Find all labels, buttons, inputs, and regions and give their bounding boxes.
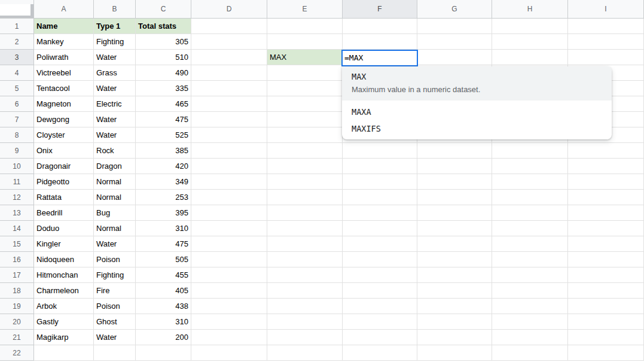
cell-B4[interactable]: Grass xyxy=(94,65,136,81)
cell-B3[interactable]: Water xyxy=(94,50,136,65)
cell-I22[interactable] xyxy=(568,345,644,361)
cell-B21[interactable]: Water xyxy=(94,330,136,345)
cell-B5[interactable]: Water xyxy=(94,81,136,96)
cell-H10[interactable] xyxy=(492,159,568,174)
cell-D13[interactable] xyxy=(191,205,267,221)
cell-B20[interactable]: Ghost xyxy=(94,314,136,330)
cell-H19[interactable] xyxy=(492,299,568,314)
cell-E2[interactable] xyxy=(267,34,343,50)
row-header-12[interactable]: 12 xyxy=(0,190,34,205)
row-header-8[interactable]: 8 xyxy=(0,127,34,143)
cell-A13[interactable]: Beedrill xyxy=(34,205,94,221)
autocomplete-item-maxifs[interactable]: MAXIFS xyxy=(342,120,612,137)
cell-E15[interactable] xyxy=(267,236,343,252)
cell-I21[interactable] xyxy=(568,330,644,345)
cell-B11[interactable]: Normal xyxy=(94,174,136,190)
cell-F21[interactable] xyxy=(343,330,417,345)
cell-G22[interactable] xyxy=(417,345,492,361)
cell-D15[interactable] xyxy=(191,236,267,252)
cell-D14[interactable] xyxy=(191,221,267,236)
cell-D22[interactable] xyxy=(191,345,267,361)
cell-A9[interactable]: Onix xyxy=(34,143,94,159)
row-header-5[interactable]: 5 xyxy=(0,81,34,96)
cell-D17[interactable] xyxy=(191,267,267,283)
cell-E3[interactable]: MAX xyxy=(267,50,343,65)
cell-H1[interactable] xyxy=(492,19,568,34)
cell-H9[interactable] xyxy=(492,143,568,159)
row-header-17[interactable]: 17 xyxy=(0,267,34,283)
cell-G11[interactable] xyxy=(417,174,492,190)
cell-H2[interactable] xyxy=(492,34,568,50)
cell-A4[interactable]: Victreebel xyxy=(34,65,94,81)
cell-I1[interactable] xyxy=(568,19,644,34)
cell-E13[interactable] xyxy=(267,205,343,221)
cell-B6[interactable]: Electric xyxy=(94,96,136,112)
cell-H15[interactable] xyxy=(492,236,568,252)
row-header-22[interactable]: 22 xyxy=(0,345,34,361)
cell-I13[interactable] xyxy=(568,205,644,221)
column-header-H[interactable]: H xyxy=(492,0,568,19)
cell-H18[interactable] xyxy=(492,283,568,299)
cell-A20[interactable]: Gastly xyxy=(34,314,94,330)
column-header-G[interactable]: G xyxy=(417,0,492,19)
cell-F13[interactable] xyxy=(343,205,417,221)
cell-C17[interactable]: 455 xyxy=(136,267,191,283)
cell-C1[interactable]: Total stats xyxy=(136,19,191,34)
cell-I12[interactable] xyxy=(568,190,644,205)
cell-D3[interactable] xyxy=(191,50,267,65)
cell-C19[interactable]: 438 xyxy=(136,299,191,314)
cell-A22[interactable] xyxy=(34,345,94,361)
cell-C7[interactable]: 475 xyxy=(136,112,191,127)
cell-D10[interactable] xyxy=(191,159,267,174)
cell-C5[interactable]: 335 xyxy=(136,81,191,96)
cell-A10[interactable]: Dragonair xyxy=(34,159,94,174)
cell-I20[interactable] xyxy=(568,314,644,330)
cell-I3[interactable] xyxy=(568,50,644,65)
cell-E21[interactable] xyxy=(267,330,343,345)
formula-edit-cell[interactable]: =MAX xyxy=(341,50,418,66)
cell-A14[interactable]: Doduo xyxy=(34,221,94,236)
cell-A16[interactable]: Nidoqueen xyxy=(34,252,94,267)
cell-D1[interactable] xyxy=(191,19,267,34)
cell-B15[interactable]: Water xyxy=(94,236,136,252)
column-header-C[interactable]: C xyxy=(136,0,191,19)
cell-A15[interactable]: Kingler xyxy=(34,236,94,252)
cell-E7[interactable] xyxy=(267,112,343,127)
cell-F9[interactable] xyxy=(343,143,417,159)
cell-E16[interactable] xyxy=(267,252,343,267)
cell-G1[interactable] xyxy=(417,19,492,34)
cell-B13[interactable]: Bug xyxy=(94,205,136,221)
cell-G14[interactable] xyxy=(417,221,492,236)
cell-E4[interactable] xyxy=(267,65,343,81)
cell-E8[interactable] xyxy=(267,127,343,143)
cell-A3[interactable]: Poliwrath xyxy=(34,50,94,65)
cell-A2[interactable]: Mankey xyxy=(34,34,94,50)
cell-D12[interactable] xyxy=(191,190,267,205)
row-header-18[interactable]: 18 xyxy=(0,283,34,299)
cell-I9[interactable] xyxy=(568,143,644,159)
cell-C15[interactable]: 475 xyxy=(136,236,191,252)
cell-H14[interactable] xyxy=(492,221,568,236)
cell-B22[interactable] xyxy=(94,345,136,361)
cell-E11[interactable] xyxy=(267,174,343,190)
cell-H17[interactable] xyxy=(492,267,568,283)
row-header-15[interactable]: 15 xyxy=(0,236,34,252)
cell-D7[interactable] xyxy=(191,112,267,127)
cell-C6[interactable]: 465 xyxy=(136,96,191,112)
cell-C21[interactable]: 200 xyxy=(136,330,191,345)
row-header-6[interactable]: 6 xyxy=(0,96,34,112)
cell-A5[interactable]: Tentacool xyxy=(34,81,94,96)
cell-C22[interactable] xyxy=(136,345,191,361)
cell-I2[interactable] xyxy=(568,34,644,50)
autocomplete-item-maxa[interactable]: MAXA xyxy=(342,104,612,120)
cell-C4[interactable]: 490 xyxy=(136,65,191,81)
cell-F16[interactable] xyxy=(343,252,417,267)
cell-F2[interactable] xyxy=(343,34,417,50)
cell-E1[interactable] xyxy=(267,19,343,34)
cell-B12[interactable]: Normal xyxy=(94,190,136,205)
cell-D21[interactable] xyxy=(191,330,267,345)
column-header-I[interactable]: I xyxy=(568,0,644,19)
row-header-20[interactable]: 20 xyxy=(0,314,34,330)
cell-D18[interactable] xyxy=(191,283,267,299)
column-header-F[interactable]: F xyxy=(343,0,417,19)
